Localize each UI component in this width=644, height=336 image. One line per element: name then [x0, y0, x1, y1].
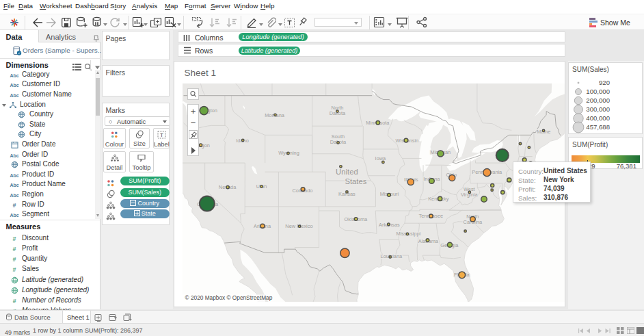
svg-text:100,000: 100,000 — [586, 88, 610, 96]
svg-text:United: United — [336, 168, 358, 176]
svg-text:T: T — [160, 132, 163, 138]
svg-text:200,000: 200,000 — [586, 97, 610, 105]
svg-text:300,000: 300,000 — [586, 106, 610, 114]
svg-text:400,000: 400,000 — [586, 115, 610, 122]
svg-text:920: 920 — [599, 79, 610, 87]
svg-text:457,688: 457,688 — [586, 124, 610, 131]
svg-text:Iowa: Iowa — [375, 155, 386, 161]
svg-text:Louisiana: Louisiana — [380, 253, 402, 259]
svg-text:© 2020 Mapbox © OpenStreetMap: © 2020 Mapbox © OpenStreetMap — [185, 294, 272, 301]
svg-text:States: States — [345, 177, 366, 185]
